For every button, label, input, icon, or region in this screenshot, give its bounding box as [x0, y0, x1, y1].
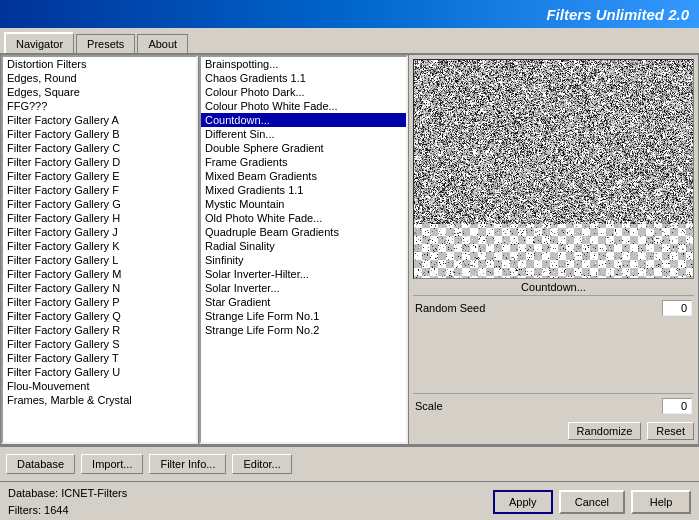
filter-item[interactable]: Different Sin... — [201, 127, 406, 141]
filter-item[interactable]: Star Gradient — [201, 295, 406, 309]
param-label-seed: Random Seed — [415, 302, 485, 314]
main-content: Distortion FiltersEdges, RoundEdges, Squ… — [0, 55, 699, 445]
preview-canvas — [414, 60, 693, 278]
category-item[interactable]: Filter Factory Gallery L — [3, 253, 196, 267]
param-row-seed: Random Seed 0 — [413, 295, 694, 320]
filter-item[interactable]: Colour Photo White Fade... — [201, 99, 406, 113]
category-item[interactable]: Filter Factory Gallery D — [3, 155, 196, 169]
category-item[interactable]: Filter Factory Gallery Q — [3, 309, 196, 323]
category-item[interactable]: Filter Factory Gallery P — [3, 295, 196, 309]
db-line: Database: ICNET-Filters — [8, 485, 127, 502]
category-item[interactable]: Filter Factory Gallery J — [3, 225, 196, 239]
category-item[interactable]: Filter Factory Gallery S — [3, 337, 196, 351]
preview-label: Countdown... — [413, 279, 694, 295]
apply-button[interactable]: Apply — [493, 490, 553, 514]
tab-about[interactable]: About — [137, 34, 188, 53]
editor-button[interactable]: Editor... — [232, 454, 291, 474]
category-item[interactable]: Filter Factory Gallery E — [3, 169, 196, 183]
filter-item[interactable]: Mixed Gradients 1.1 — [201, 183, 406, 197]
category-item[interactable]: Filter Factory Gallery K — [3, 239, 196, 253]
status-info: Database: ICNET-Filters Filters: 1644 — [8, 485, 127, 518]
status-bar: Database: ICNET-Filters Filters: 1644 Ap… — [0, 481, 699, 520]
filter-info-button[interactable]: Filter Info... — [149, 454, 226, 474]
filter-item[interactable]: Sinfinity — [201, 253, 406, 267]
category-item[interactable]: Frames, Marble & Crystal — [3, 393, 196, 407]
category-item[interactable]: Filter Factory Gallery N — [3, 281, 196, 295]
toolbar: Database Import... Filter Info... Editor… — [0, 445, 699, 481]
tab-navigator[interactable]: Navigator — [4, 32, 74, 53]
filter-item[interactable]: Solar Inverter-Hilter... — [201, 267, 406, 281]
database-button[interactable]: Database — [6, 454, 75, 474]
randomize-button[interactable]: Randomize — [568, 422, 642, 440]
filter-item[interactable]: Solar Inverter... — [201, 281, 406, 295]
category-item[interactable]: FFG??? — [3, 99, 196, 113]
filter-item[interactable]: Countdown... — [201, 113, 406, 127]
middle-panel: Brainspotting...Chaos Gradients 1.1Colou… — [199, 55, 409, 444]
db-value: ICNET-Filters — [61, 487, 127, 499]
filter-item[interactable]: Brainspotting... — [201, 57, 406, 71]
filters-line: Filters: 1644 — [8, 502, 127, 519]
filter-item[interactable]: Old Photo White Fade... — [201, 211, 406, 225]
category-item[interactable]: Filter Factory Gallery A — [3, 113, 196, 127]
tab-presets[interactable]: Presets — [76, 34, 135, 53]
filter-item[interactable]: Mystic Mountain — [201, 197, 406, 211]
filter-list[interactable]: Brainspotting...Chaos Gradients 1.1Colou… — [199, 55, 408, 444]
param-buttons: Randomize Reset — [413, 422, 694, 440]
left-panel: Distortion FiltersEdges, RoundEdges, Squ… — [1, 55, 199, 444]
filter-item[interactable]: Radial Sinality — [201, 239, 406, 253]
preview-area — [413, 59, 694, 279]
filter-item[interactable]: Quadruple Beam Gradients — [201, 225, 406, 239]
param-row-scale: Scale 0 — [413, 393, 694, 418]
filter-item[interactable]: Chaos Gradients 1.1 — [201, 71, 406, 85]
filter-item[interactable]: Double Sphere Gradient — [201, 141, 406, 155]
category-item[interactable]: Filter Factory Gallery F — [3, 183, 196, 197]
cancel-button[interactable]: Cancel — [559, 490, 625, 514]
category-item[interactable]: Flou-Mouvement — [3, 379, 196, 393]
filter-item[interactable]: Strange Life Form No.1 — [201, 309, 406, 323]
category-item[interactable]: Filter Factory Gallery T — [3, 351, 196, 365]
param-value-seed: 0 — [662, 300, 692, 316]
reset-button[interactable]: Reset — [647, 422, 694, 440]
category-item[interactable]: Distortion Filters — [3, 57, 196, 71]
category-item[interactable]: Filter Factory Gallery U — [3, 365, 196, 379]
category-item[interactable]: Edges, Round — [3, 71, 196, 85]
filter-item[interactable]: Mixed Beam Gradients — [201, 169, 406, 183]
app-title: Filters Unlimited 2.0 — [546, 6, 689, 23]
title-bar: Filters Unlimited 2.0 — [0, 0, 699, 28]
import-button[interactable]: Import... — [81, 454, 143, 474]
category-list[interactable]: Distortion FiltersEdges, RoundEdges, Squ… — [1, 55, 198, 444]
db-label: Database: — [8, 487, 58, 499]
help-button[interactable]: Help — [631, 490, 691, 514]
filters-label: Filters: — [8, 504, 41, 516]
filter-item[interactable]: Frame Gradients — [201, 155, 406, 169]
category-item[interactable]: Filter Factory Gallery C — [3, 141, 196, 155]
category-item[interactable]: Filter Factory Gallery G — [3, 197, 196, 211]
right-panel: Countdown... Random Seed 0 Scale 0 Rando… — [409, 55, 698, 444]
filter-item[interactable]: Strange Life Form No.2 — [201, 323, 406, 337]
filters-value: 1644 — [44, 504, 68, 516]
category-item[interactable]: Filter Factory Gallery B — [3, 127, 196, 141]
filter-item[interactable]: Colour Photo Dark... — [201, 85, 406, 99]
category-item[interactable]: Edges, Square — [3, 85, 196, 99]
category-item[interactable]: Filter Factory Gallery R — [3, 323, 196, 337]
category-item[interactable]: Filter Factory Gallery M — [3, 267, 196, 281]
param-label-scale: Scale — [415, 400, 443, 412]
action-buttons: Apply Cancel Help — [493, 490, 691, 514]
param-value-scale: 0 — [662, 398, 692, 414]
tabs-row: Navigator Presets About — [0, 28, 699, 55]
category-item[interactable]: Filter Factory Gallery H — [3, 211, 196, 225]
